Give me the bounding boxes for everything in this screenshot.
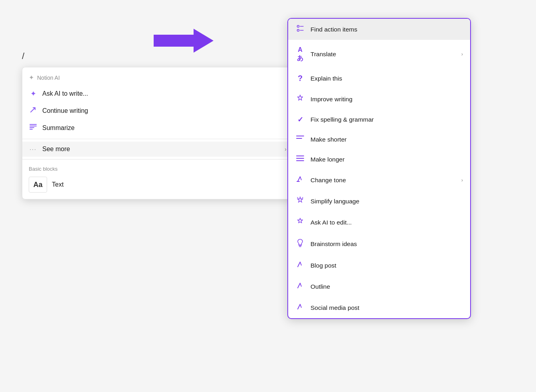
find-action-items-label: Find action items — [311, 26, 463, 33]
fix-spelling-label: Fix spelling & grammar — [311, 116, 463, 123]
ask-ai-label: Ask AI to write... — [42, 90, 88, 97]
make-shorter-label: Make shorter — [311, 136, 463, 143]
make-longer-item[interactable]: Make longer — [288, 149, 470, 169]
basic-blocks-header: Basic blocks — [22, 162, 293, 173]
translate-item[interactable]: Aあ Translate › — [288, 40, 470, 68]
make-shorter-icon — [295, 135, 305, 144]
outline-item[interactable]: Outline — [288, 276, 470, 297]
notion-ai-label: Notion AI — [37, 75, 60, 81]
change-tone-icon — [295, 175, 305, 185]
social-media-item[interactable]: Social media post — [288, 297, 470, 318]
ask-ai-item[interactable]: ✦ Ask AI to write... — [22, 85, 293, 102]
find-action-items-icon — [295, 24, 305, 34]
continue-writing-item[interactable]: Continue writing — [22, 102, 293, 119]
explain-this-icon: ? — [295, 74, 305, 83]
svg-line-1 — [31, 108, 35, 112]
outline-label: Outline — [311, 283, 463, 290]
right-menu-scroll[interactable]: Find action items Aあ Translate › ? Expla… — [288, 19, 470, 318]
text-block-label: Text — [52, 181, 63, 188]
see-more-item[interactable]: ··· See more › — [22, 142, 293, 157]
translate-chevron: › — [461, 51, 463, 57]
ask-ai-edit-label: Ask AI to edit... — [311, 219, 463, 226]
change-tone-chevron: › — [461, 177, 463, 183]
slash-indicator: / — [22, 51, 24, 61]
ask-ai-edit-icon — [295, 217, 305, 227]
menu-divider-2 — [22, 159, 293, 160]
notion-ai-icon: ✦ — [29, 74, 34, 81]
menu-divider — [22, 139, 293, 139]
find-action-items-item[interactable]: Find action items — [288, 19, 470, 40]
outline-icon — [295, 282, 305, 292]
brainstorm-item[interactable]: Brainstorm ideas — [288, 233, 470, 255]
brainstorm-label: Brainstorm ideas — [311, 240, 463, 248]
svg-marker-0 — [154, 29, 214, 53]
svg-point-6 — [297, 26, 299, 28]
summarize-icon — [29, 123, 38, 132]
continue-writing-icon — [29, 106, 38, 115]
svg-point-7 — [297, 30, 299, 32]
blog-post-label: Blog post — [311, 262, 463, 269]
brainstorm-icon — [295, 238, 305, 249]
blog-post-item[interactable]: Blog post — [288, 255, 470, 276]
text-block-item[interactable]: Aa Text — [22, 173, 293, 196]
improve-writing-label: Improve writing — [311, 96, 463, 103]
see-more-chevron: › — [285, 146, 287, 152]
arrow — [154, 29, 214, 54]
ask-ai-edit-item[interactable]: Ask AI to edit... — [288, 212, 470, 233]
continue-writing-label: Continue writing — [42, 107, 88, 114]
explain-this-label: Explain this — [311, 75, 463, 82]
simplify-language-icon — [295, 196, 305, 206]
summarize-item[interactable]: Summarize — [22, 119, 293, 136]
change-tone-item[interactable]: Change tone › — [288, 169, 470, 191]
see-more-icon: ··· — [29, 146, 38, 152]
left-menu: ✦ Notion AI ✦ Ask AI to write... Continu… — [22, 67, 293, 199]
improve-writing-item[interactable]: Improve writing — [288, 89, 470, 110]
improve-writing-icon — [295, 94, 305, 104]
social-media-label: Social media post — [311, 304, 463, 311]
summarize-label: Summarize — [42, 124, 75, 132]
notion-ai-header: ✦ Notion AI — [22, 71, 293, 85]
right-menu: Find action items Aあ Translate › ? Expla… — [287, 18, 471, 319]
fix-spelling-item[interactable]: ✓ Fix spelling & grammar — [288, 110, 470, 130]
blog-post-icon — [295, 260, 305, 270]
change-tone-label: Change tone — [311, 177, 456, 184]
make-longer-label: Make longer — [311, 156, 463, 163]
ask-ai-icon: ✦ — [29, 89, 38, 98]
translate-icon: Aあ — [295, 45, 305, 63]
explain-this-item[interactable]: ? Explain this — [288, 68, 470, 89]
make-shorter-item[interactable]: Make shorter — [288, 130, 470, 149]
simplify-language-label: Simplify language — [311, 198, 463, 205]
social-media-icon — [295, 303, 305, 313]
fix-spelling-icon: ✓ — [295, 115, 305, 124]
see-more-label: See more — [42, 146, 70, 153]
translate-label: Translate — [311, 51, 456, 58]
text-block-preview: Aa — [29, 177, 47, 193]
make-longer-icon — [295, 155, 305, 164]
simplify-language-item[interactable]: Simplify language — [288, 191, 470, 212]
